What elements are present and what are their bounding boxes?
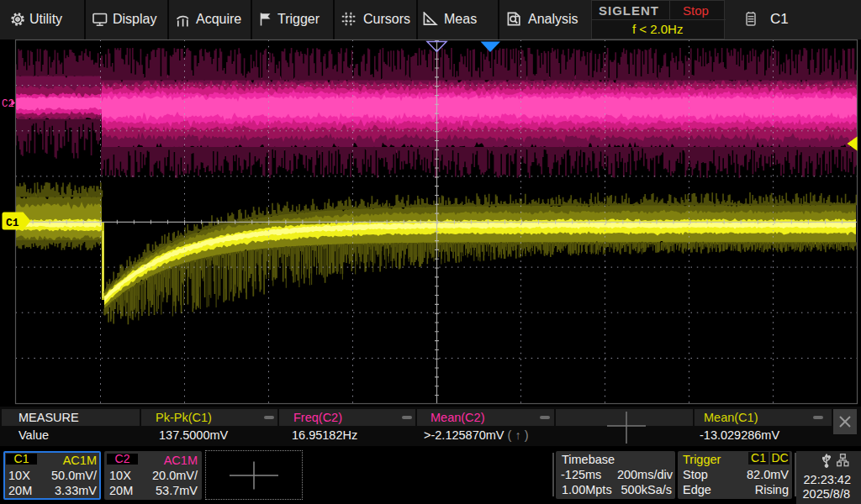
svg-text:C1: C1 — [6, 217, 19, 229]
